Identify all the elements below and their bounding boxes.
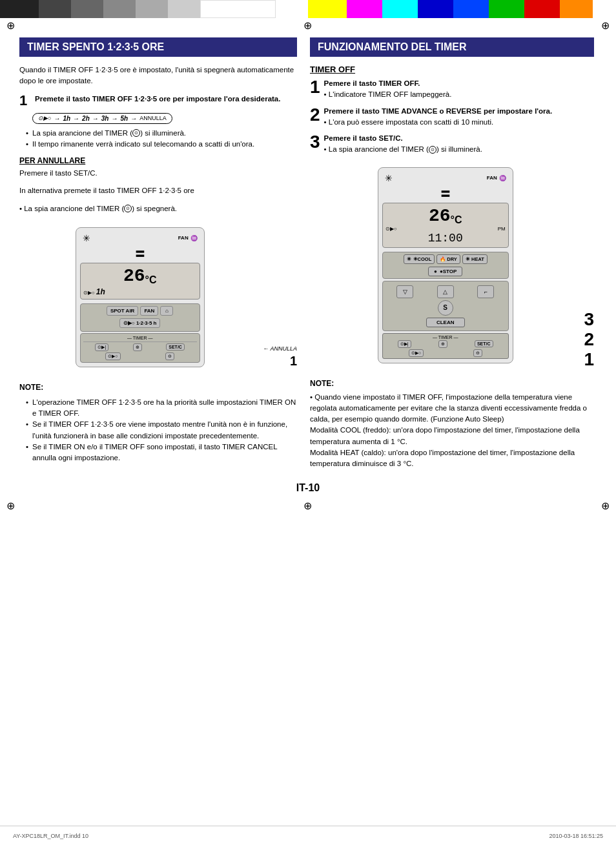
reg-mark-top-left: ⊕ — [6, 19, 15, 32]
left-note-bullet2: Se il TIMER OFF 1·2·3·5 ore viene impost… — [26, 419, 297, 442]
cool-btn[interactable]: ✳✳COOL — [404, 254, 435, 264]
set-c-btn-left[interactable]: SET/C — [166, 343, 185, 351]
home-btn[interactable]: ⌂ — [160, 306, 173, 316]
timer-off-row: ⊙▶○ 1·2·3·5 h — [83, 318, 197, 328]
arrow4: → — [111, 115, 118, 122]
arrow5: → — [130, 115, 137, 122]
reg-mark-top-center: ⊕ — [303, 19, 312, 32]
reg-mark-bottom-center: ⊕ — [303, 500, 312, 512]
timer-sym1: ⊙▶○ — [38, 115, 51, 121]
set-c-btn-right[interactable]: SET/C — [475, 340, 493, 347]
nav-section: ▽ △ ⌐ S CLEAN — [382, 281, 509, 331]
remote-top-icons-right: ✳ FAN ♒ — [382, 172, 509, 185]
swatch-black1 — [0, 0, 39, 18]
right-column: FUNZIONAMENTO DEL TIMER TIMER OFF 1 Peme… — [310, 37, 594, 469]
timer-1h-display: 1h — [96, 287, 105, 296]
timer-off-btn-right[interactable]: ⊙▶○ — [409, 349, 424, 357]
arrow1: → — [54, 115, 60, 122]
s-btn[interactable]: S — [438, 300, 453, 316]
timer-adv-btn-right[interactable]: ⊕ — [438, 340, 447, 348]
pm-label: PM — [498, 226, 506, 232]
reg-marks-bottom: ⊕ ⊕ ⊕ — [0, 500, 616, 513]
reg-mark-top-right: ⊕ — [601, 19, 610, 32]
time-row: ⊙▶○ PM — [385, 226, 506, 232]
timer-section-right: — TIMER — ⊙▶| ⊕ SET/C ⊙▶○ ⊖ — [382, 333, 509, 359]
right-step2-title: Premere il tasto TIME ADVANCE o REVERSE … — [324, 107, 553, 115]
timer-off-heading: TIMER OFF — [310, 65, 594, 74]
timer-1h: 1h — [63, 115, 70, 122]
right-step1: 1 Pemere il tasto TIMER OFF. • L'indicat… — [310, 78, 594, 101]
timer-buttons-row: ⊙▶| ⊕ SET/C — [83, 343, 197, 351]
clean-btn-container: CLEAN — [385, 318, 506, 327]
left-step1-number: 1 — [19, 94, 31, 108]
footer-right: 2010-03-18 16:51:25 — [549, 833, 603, 839]
left-remote-container: ✳ FAN ♒ 〓 26 °C ⊙▶○ — [19, 221, 297, 374]
right-step1-number: 1 — [310, 78, 320, 96]
s-btn-container: S — [385, 300, 506, 316]
dry-btn[interactable]: 🔥 DRY — [436, 254, 460, 264]
vent-lines-right: 〓 — [440, 187, 451, 200]
nav-return-btn[interactable]: ⌐ — [477, 285, 494, 298]
nav-row: ▽ △ ⌐ — [385, 285, 506, 298]
remote-screen-left: 26 °C ⊙▶○ 1h — [80, 263, 200, 300]
temp-unit-left: °C — [145, 274, 156, 286]
timer-on-btn-right[interactable]: ⊙▶| — [398, 340, 411, 348]
timer-on-btn-left[interactable]: ⊙▶| — [95, 343, 108, 351]
time-display: 11:00 — [385, 232, 506, 245]
left-section-title: TIMER SPENTO 1·2·3·5 ORE — [27, 41, 164, 52]
s-btn-label: S — [443, 304, 447, 311]
circle-indicator-left: ⊙▶○ — [83, 290, 95, 296]
swatch-black3 — [71, 0, 103, 18]
page-number: IT-10 — [0, 482, 616, 494]
right-step1-title: Pemere il tasto TIMER OFF. — [324, 79, 420, 87]
timer-adv-btn-left[interactable]: ⊕ — [133, 343, 142, 351]
swatch-gray1 — [103, 0, 136, 18]
arrow3: → — [92, 115, 99, 122]
right-section-header: FUNZIONAMENTO DEL TIMER — [310, 37, 594, 57]
timer-off-btn-left[interactable]: ⊙▶○ — [105, 352, 120, 360]
left-section-header: TIMER SPENTO 1·2·3·5 ORE — [19, 37, 297, 57]
remote-top-icons: ✳ FAN ♒ — [80, 232, 200, 245]
fan-btn-left[interactable]: FAN — [140, 306, 158, 316]
reg-marks-row: ⊕ ⊕ ⊕ — [0, 18, 616, 31]
fan-wave-right: ♒ — [499, 175, 506, 181]
right-step2: 2 Premere il tasto TIME ADVANCE o REVERS… — [310, 106, 594, 128]
swatch-cyan — [382, 0, 418, 18]
nav-down-btn[interactable]: ▽ — [396, 285, 413, 298]
reg-mark-bottom-left: ⊕ — [6, 500, 15, 512]
remote-screen-right: 26 °C ⊙▶○ PM 11:00 — [382, 203, 509, 248]
left-column: TIMER SPENTO 1·2·3·5 ORE Quando il TIMER… — [19, 37, 297, 469]
left-bullets1: La spia arancione del TIMER (⊙) si illum… — [26, 128, 297, 150]
annulla-annotation-text: ANNULLA — [270, 345, 297, 352]
timer-hours-label: 1·2·3·5 h — [136, 320, 157, 326]
temp-value-left: 26 — [123, 266, 145, 286]
left-remote-image: ✳ FAN ♒ 〓 26 °C ⊙▶○ — [76, 227, 205, 367]
temp-display-right: 26 °C — [385, 206, 506, 226]
fan-label-right: FAN — [487, 175, 497, 181]
clean-label: CLEAN — [436, 320, 455, 325]
stop-btn[interactable]: ● ●STOP — [428, 267, 462, 276]
swatch-white — [200, 0, 276, 18]
spot-air-btn[interactable]: SPOT AIR — [107, 306, 138, 316]
heat-btn[interactable]: ✳ HEAT — [462, 254, 488, 264]
right-annotations: 3 2 1 — [580, 310, 594, 369]
timer-rev-btn-right[interactable]: ⊖ — [473, 349, 482, 357]
right-step1-bullet: • L'indicatore TIMER OFF lampeggerà. — [324, 90, 452, 98]
timer-rev-btn-left[interactable]: ⊖ — [165, 352, 174, 360]
timer-off-btn-row[interactable]: ⊙▶○ 1·2·3·5 h — [119, 318, 161, 328]
left-color-swatches — [0, 0, 308, 18]
right-step2-bullet: • L'ora può essere impostata con scatti … — [324, 118, 494, 126]
left-step1-text: Premete il tasto TIMER OFF 1·2·3·5 ore p… — [35, 95, 280, 103]
swatch-orange — [560, 0, 593, 18]
snowflake-icon-left: ✳ — [83, 233, 90, 243]
right-notes: NOTE: • Quando viene impostato il TIMER … — [310, 378, 594, 470]
left-note-title: NOTE: — [19, 382, 297, 393]
footer: AY-XPC18LR_OM_IT.indd 10 2010-03-18 16:5… — [0, 826, 616, 845]
temp-value-right: 26 — [429, 206, 451, 226]
nav-up-btn[interactable]: △ — [437, 285, 454, 298]
swatch-red — [524, 0, 560, 18]
clean-btn[interactable]: CLEAN — [426, 318, 465, 327]
mode-buttons-section: ✳✳COOL 🔥 DRY ✳ HEAT ● ●STOP — [382, 252, 509, 279]
vent-graphic: 〓 — [80, 246, 200, 261]
left-note-bullet1: L'operazione TIMER OFF 1·2·3·5 ore ha la… — [26, 397, 297, 420]
